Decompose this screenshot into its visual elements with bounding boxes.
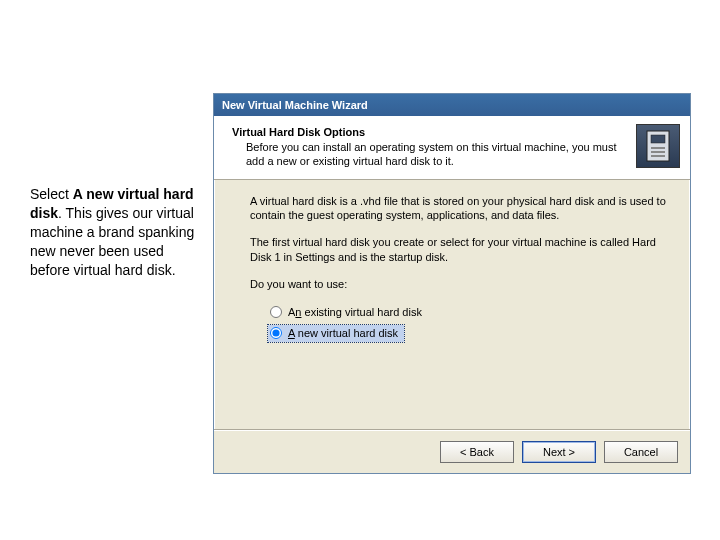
svg-rect-3 — [651, 151, 665, 153]
svg-rect-2 — [651, 147, 665, 149]
body-paragraph-2: The first virtual hard disk you create o… — [250, 235, 668, 265]
next-button[interactable]: Next > — [522, 441, 596, 463]
instruction-annotation: Select A new virtual hard disk. This giv… — [30, 185, 200, 279]
disk-option-group: An existing virtual hard disk A new virt… — [268, 304, 668, 346]
server-icon — [636, 124, 680, 168]
header-subtitle: Before you can install an operating syst… — [232, 140, 626, 169]
svg-rect-1 — [651, 135, 665, 143]
cancel-button[interactable]: Cancel — [604, 441, 678, 463]
annotation-prefix: Select — [30, 186, 73, 202]
titlebar[interactable]: New Virtual Machine Wizard — [214, 94, 690, 116]
header-title: Virtual Hard Disk Options — [232, 126, 626, 138]
radio-new[interactable] — [270, 327, 282, 339]
svg-rect-4 — [651, 155, 665, 157]
radio-existing[interactable] — [270, 306, 282, 318]
wizard-footer: < Back Next > Cancel — [214, 430, 690, 473]
option-existing-disk[interactable]: An existing virtual hard disk — [268, 304, 668, 321]
body-question: Do you want to use: — [250, 277, 668, 292]
back-button[interactable]: < Back — [440, 441, 514, 463]
option-existing-label: An existing virtual hard disk — [288, 305, 422, 320]
option-new-label: A new virtual hard disk — [288, 326, 398, 341]
wizard-body: A virtual hard disk is a .vhd file that … — [214, 180, 690, 430]
titlebar-text: New Virtual Machine Wizard — [222, 99, 368, 111]
body-paragraph-1: A virtual hard disk is a .vhd file that … — [250, 194, 668, 224]
wizard-window: New Virtual Machine Wizard Virtual Hard … — [213, 93, 691, 474]
wizard-header: Virtual Hard Disk Options Before you can… — [214, 116, 690, 180]
option-new-disk[interactable]: A new virtual hard disk — [268, 325, 404, 342]
